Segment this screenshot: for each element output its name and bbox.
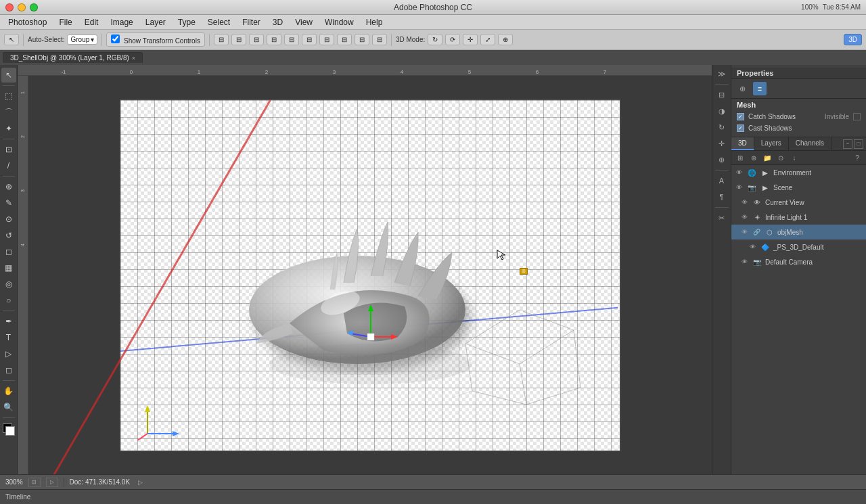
gradient-tool[interactable]: ▦ <box>1 260 16 275</box>
distribute4-btn[interactable]: ⊟ <box>372 34 387 45</box>
canvas-viewport[interactable]: ⊞ <box>28 76 712 474</box>
text-mini-btn[interactable]: A <box>714 173 729 188</box>
menu-view[interactable]: View <box>290 16 318 28</box>
canvas-document[interactable]: ⊞ <box>120 99 620 451</box>
healing-tool[interactable]: ⊕ <box>1 179 16 194</box>
new-layer-icon[interactable]: ⊕ <box>748 152 760 163</box>
expand-environment[interactable]: ▶ <box>760 167 771 178</box>
layer-help-icon[interactable]: ? <box>851 152 863 163</box>
properties-icon-mesh[interactable]: ≡ <box>753 82 767 95</box>
eye-scene[interactable]: 👁 <box>734 183 744 192</box>
zoom-tool[interactable]: 🔍 <box>1 400 16 415</box>
brush-tool[interactable]: ✎ <box>1 196 16 210</box>
menu-layer[interactable]: Layer <box>140 16 171 28</box>
properties-icon-1[interactable]: ⊕ <box>735 82 749 95</box>
align-top-btn[interactable]: ⊟ <box>267 34 281 45</box>
3d-slide-btn[interactable]: ⤢ <box>480 34 495 45</box>
shell-3d-object[interactable] <box>222 188 493 391</box>
path-tool[interactable]: ▷ <box>1 346 16 361</box>
menu-type[interactable]: Type <box>173 16 201 28</box>
layer-item-infinite-light[interactable]: 👁 ☀ Infinite Light 1 <box>731 210 866 225</box>
stamp-tool[interactable]: ⊙ <box>1 212 16 227</box>
3d-rotate-btn[interactable]: ↻ <box>428 34 442 45</box>
maximize-button[interactable] <box>30 3 38 12</box>
expand-scene[interactable]: ▶ <box>760 182 771 193</box>
layer-item-ps3d-default[interactable]: 👁 🔷 _PS_3D_Default <box>731 239 866 254</box>
window-controls[interactable] <box>5 3 38 12</box>
tab-layers[interactable]: Layers <box>754 137 789 150</box>
layer-down-icon[interactable]: ↓ <box>788 152 800 163</box>
scissors-mini-btn[interactable]: ✂ <box>714 210 729 225</box>
3d-zoom-mini-btn[interactable]: ⊕ <box>714 152 729 167</box>
layer-item-environment[interactable]: 👁 🌐 ▶ Environment <box>731 165 866 180</box>
chain-objmesh[interactable]: 🔗 <box>752 227 761 237</box>
eye-current-view[interactable]: 👁 <box>739 198 749 207</box>
tab-channels[interactable]: Channels <box>789 137 831 150</box>
layer-thumbnail-btn[interactable]: ⊟ <box>714 87 729 102</box>
filter-layers-icon[interactable]: ⊞ <box>734 152 746 163</box>
3d-tab-btn[interactable]: 3D <box>844 34 862 45</box>
menu-image[interactable]: Image <box>105 16 138 28</box>
layer-item-current-view[interactable]: 👁 👁 Current View <box>731 195 866 210</box>
adjustment-btn[interactable]: ◑ <box>714 104 729 118</box>
eye-infinite-light[interactable]: 👁 <box>739 212 749 222</box>
catch-shadows-checkbox[interactable]: ✓ <box>737 113 744 120</box>
layer-item-objmesh[interactable]: 👁 🔗 ⬡ objMesh <box>731 225 866 239</box>
document-tab[interactable]: 3D_ShellObj @ 300% (Layer 1, RGB/8) × <box>3 52 143 63</box>
menu-help[interactable]: Help <box>361 16 388 28</box>
crop-tool[interactable]: ⊡ <box>1 142 16 157</box>
align-bottom-btn[interactable]: ⊟ <box>302 34 317 45</box>
magic-wand-tool[interactable]: ✦ <box>1 121 16 136</box>
panel-collapse-btn[interactable]: ≫ <box>714 66 729 81</box>
align-right-btn[interactable]: ⊟ <box>249 34 264 45</box>
menu-window[interactable]: Window <box>319 16 359 28</box>
status-expand-btn[interactable]: ▷ <box>135 478 145 487</box>
cast-shadows-row[interactable]: ✓ Cast Shadows <box>731 122 866 134</box>
text-tool[interactable]: T <box>1 330 16 345</box>
eye-default-camera[interactable]: 👁 <box>739 257 749 267</box>
move-tool-icon[interactable]: ↖ <box>4 34 19 45</box>
marquee-tool[interactable]: ⬚ <box>1 89 16 104</box>
layer-item-scene[interactable]: 👁 📷 ▶ Scene <box>731 180 866 195</box>
distribute2-btn[interactable]: ⊟ <box>337 34 352 45</box>
invisible-checkbox[interactable] <box>853 113 861 120</box>
transform-checkbox[interactable] <box>111 35 120 43</box>
status-view-btn[interactable]: ▷ <box>46 478 58 487</box>
panel-maximize-btn[interactable]: □ <box>854 139 863 149</box>
menu-edit[interactable]: Edit <box>79 16 104 28</box>
tab-3d[interactable]: 3D <box>731 137 754 150</box>
transform-gizmo[interactable] <box>344 296 398 350</box>
align-left-btn[interactable]: ⊟ <box>214 34 229 45</box>
distribute-btn[interactable]: ⊟ <box>319 34 334 45</box>
menu-file[interactable]: File <box>53 16 77 28</box>
close-button[interactable] <box>5 3 14 12</box>
dodge-tool[interactable]: ○ <box>1 293 16 308</box>
distribute3-btn[interactable]: ⊟ <box>355 34 369 45</box>
eye-environment[interactable]: 👁 <box>734 168 744 177</box>
3d-pan-btn[interactable]: ✛ <box>463 34 478 45</box>
minimize-button[interactable] <box>18 3 26 12</box>
3d-roll-btn[interactable]: ⟳ <box>445 34 460 45</box>
show-transform-btn[interactable]: Show Transform Controls <box>106 32 205 47</box>
pen-tool[interactable]: ✒ <box>1 314 16 329</box>
menu-photoshop[interactable]: Photoshop <box>3 16 52 28</box>
menu-filter[interactable]: Filter <box>237 16 266 28</box>
blur-tool[interactable]: ◎ <box>1 277 16 292</box>
eye-ps3d[interactable]: 👁 <box>748 242 757 252</box>
eraser-tool[interactable]: ◻ <box>1 244 16 259</box>
layer-mask-icon[interactable]: ⊙ <box>775 152 787 163</box>
layer-item-default-camera[interactable]: 👁 📷 Default Camera <box>731 254 866 269</box>
align-center-v-btn[interactable]: ⊟ <box>284 34 299 45</box>
menu-3d[interactable]: 3D <box>267 16 288 28</box>
hand-tool[interactable]: ✋ <box>1 384 16 398</box>
eye-objmesh[interactable]: 👁 <box>739 227 749 237</box>
shape-tool[interactable]: ◻ <box>1 363 16 377</box>
3d-pan-mini-btn[interactable]: ✛ <box>714 136 729 151</box>
status-thumbnail-btn[interactable]: ⊟ <box>28 478 41 487</box>
autoselect-dropdown[interactable]: Group ▾ <box>67 35 97 45</box>
catch-shadows-row[interactable]: ✓ Catch Shadows Invisible <box>731 111 866 122</box>
panel-minimize-btn[interactable]: − <box>843 139 852 149</box>
menu-select[interactable]: Select <box>202 16 235 28</box>
foreground-color[interactable] <box>1 422 16 437</box>
paragraph-mini-btn[interactable]: ¶ <box>714 189 729 204</box>
